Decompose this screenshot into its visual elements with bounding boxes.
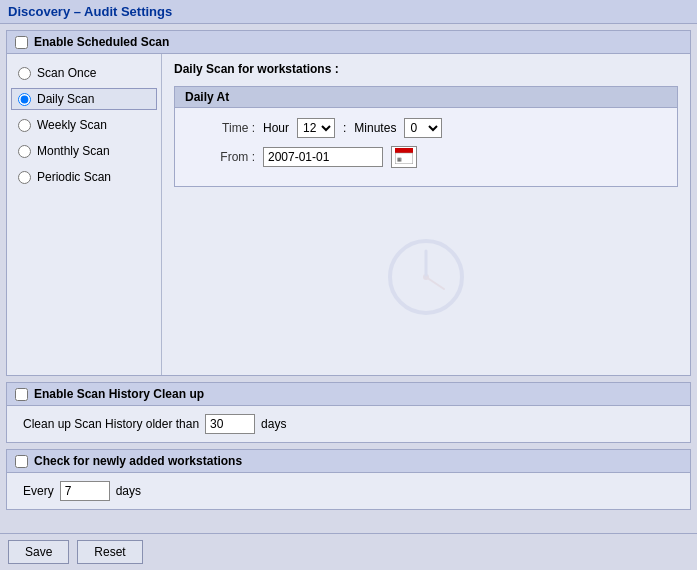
daily-at-header: Daily At xyxy=(175,87,677,108)
radio-periodic-scan-label: Periodic Scan xyxy=(37,170,111,184)
scan-history-body: Clean up Scan History older than days xyxy=(7,406,690,442)
daily-at-box: Daily At Time : Hour 12 0123 4567 891011 xyxy=(174,86,678,187)
scan-history-header: Enable Scan History Clean up xyxy=(7,383,690,406)
page-title: Discovery – Audit Settings xyxy=(0,0,697,24)
scan-history-section: Enable Scan History Clean up Clean up Sc… xyxy=(6,382,691,443)
radio-scan-once[interactable]: Scan Once xyxy=(11,62,157,84)
cleanup-text: Clean up Scan History older than xyxy=(23,417,199,431)
minutes-label-text: Minutes xyxy=(354,121,396,135)
radio-monthly-scan-input[interactable] xyxy=(18,145,31,158)
scheduled-scan-section: Enable Scheduled Scan Scan Once Daily Sc… xyxy=(6,30,691,376)
save-button[interactable]: Save xyxy=(8,540,69,564)
radio-weekly-scan-label: Weekly Scan xyxy=(37,118,107,132)
watermark-area xyxy=(174,187,678,367)
newly-added-label: Check for newly added workstations xyxy=(34,454,242,468)
every-label: Every xyxy=(23,484,54,498)
radio-daily-scan-label: Daily Scan xyxy=(37,92,94,106)
cleanup-days-input[interactable] xyxy=(205,414,255,434)
radio-daily-scan[interactable]: Daily Scan xyxy=(11,88,157,110)
newly-added-section: Check for newly added workstations Every… xyxy=(6,449,691,510)
newly-added-body: Every days xyxy=(7,473,690,509)
radio-scan-once-label: Scan Once xyxy=(37,66,96,80)
radio-daily-scan-input[interactable] xyxy=(18,93,31,106)
cleanup-days-label: days xyxy=(261,417,286,431)
daily-at-body: Time : Hour 12 0123 4567 891011 13141516… xyxy=(175,108,677,186)
svg-line-7 xyxy=(426,277,444,289)
scan-history-label: Enable Scan History Clean up xyxy=(34,387,204,401)
scan-layout: Scan Once Daily Scan Weekly Scan Monthly… xyxy=(7,54,690,375)
radio-weekly-scan-input[interactable] xyxy=(18,119,31,132)
every-days-input[interactable] xyxy=(60,481,110,501)
daily-scan-title: Daily Scan for workstations : xyxy=(174,62,678,76)
scan-right-panel: Daily Scan for workstations : Daily At T… xyxy=(162,54,690,375)
calendar-button[interactable]: ▦ xyxy=(391,146,417,168)
footer-bar: Save Reset xyxy=(0,533,697,570)
radio-periodic-scan-input[interactable] xyxy=(18,171,31,184)
page-wrapper: Discovery – Audit Settings Enable Schedu… xyxy=(0,0,697,570)
from-date-input[interactable] xyxy=(263,147,383,167)
reset-button[interactable]: Reset xyxy=(77,540,142,564)
scheduled-scan-label: Enable Scheduled Scan xyxy=(34,35,169,49)
scheduled-scan-header: Enable Scheduled Scan xyxy=(7,31,690,54)
every-days-label: days xyxy=(116,484,141,498)
radio-monthly-scan-label: Monthly Scan xyxy=(37,144,110,158)
hour-label-text: Hour xyxy=(263,121,289,135)
colon-separator: : xyxy=(343,121,346,135)
radio-weekly-scan[interactable]: Weekly Scan xyxy=(11,114,157,136)
svg-text:▦: ▦ xyxy=(397,156,402,162)
time-row: Time : Hour 12 0123 4567 891011 13141516… xyxy=(195,118,657,138)
enable-scheduled-scan-checkbox[interactable] xyxy=(15,36,28,49)
enable-newly-added-checkbox[interactable] xyxy=(15,455,28,468)
calendar-icon: ▦ xyxy=(395,155,413,166)
newly-added-header: Check for newly added workstations xyxy=(7,450,690,473)
main-content: Enable Scheduled Scan Scan Once Daily Sc… xyxy=(0,24,697,516)
hour-select[interactable]: 12 0123 4567 891011 13141516 17181920 21… xyxy=(297,118,335,138)
from-row: From : ▦ xyxy=(195,146,657,168)
svg-rect-1 xyxy=(395,148,413,153)
from-label: From : xyxy=(195,150,255,164)
radio-periodic-scan[interactable]: Periodic Scan xyxy=(11,166,157,188)
time-label: Time : xyxy=(195,121,255,135)
radio-monthly-scan[interactable]: Monthly Scan xyxy=(11,140,157,162)
clock-watermark-icon xyxy=(386,237,466,317)
enable-scan-history-checkbox[interactable] xyxy=(15,388,28,401)
radio-scan-once-input[interactable] xyxy=(18,67,31,80)
scan-options-list: Scan Once Daily Scan Weekly Scan Monthly… xyxy=(7,54,162,375)
minutes-select[interactable]: 0 5101520 25303540 455055 xyxy=(404,118,442,138)
